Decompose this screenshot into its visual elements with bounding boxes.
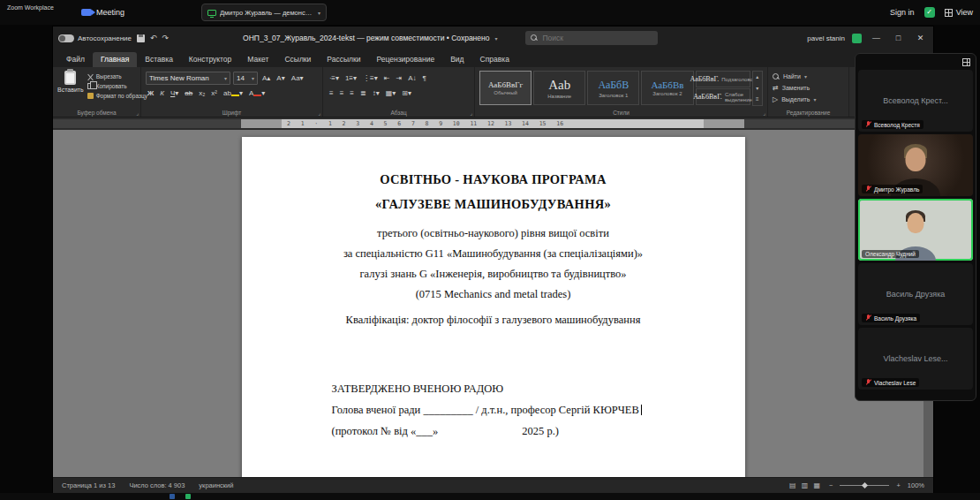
- numbering-button[interactable]: 1≡▾: [343, 74, 358, 82]
- tab-references[interactable]: Ссылки: [276, 52, 319, 67]
- style-subtle-emphasis[interactable]: АаБбВвГ. Слабое выделение: [696, 88, 750, 105]
- superscript-button[interactable]: x²: [209, 89, 219, 97]
- shading-button[interactable]: ▦▾: [384, 89, 398, 97]
- font-name-combo[interactable]: Times New Roman▾: [146, 72, 230, 85]
- sort-button[interactable]: А↓: [406, 74, 418, 82]
- redo-icon[interactable]: ↷: [162, 34, 170, 42]
- dialog-launcher-icon[interactable]: ⌟: [763, 110, 765, 116]
- restore-button[interactable]: □: [891, 34, 906, 42]
- style-subtitle[interactable]: АаБбВвГ. Подзаголовок: [696, 71, 750, 87]
- grow-font-button[interactable]: А▴: [260, 74, 272, 82]
- minimize-button[interactable]: —: [869, 34, 884, 42]
- replace-button[interactable]: ⇄Заменить: [773, 82, 844, 94]
- view-mode-icons[interactable]: ▤ ▥ ▦: [789, 481, 822, 489]
- style-heading-1[interactable]: АаБбВ Заголовок 1: [587, 71, 639, 105]
- gallery-view-icon[interactable]: [962, 58, 970, 66]
- tab-mailings[interactable]: Рассылки: [319, 52, 368, 67]
- zoom-in-button[interactable]: +: [896, 481, 900, 489]
- editing-group: Найти▾ ⇄Заменить ▷Выделить▾ Редактирован…: [768, 67, 849, 117]
- autosave-control[interactable]: Автосохранение: [58, 34, 132, 42]
- topbar-right-cluster: Sign in ✓ View: [890, 0, 973, 25]
- paste-button[interactable]: Вставить: [57, 71, 84, 106]
- tab-design[interactable]: Конструктор: [181, 52, 239, 67]
- style-normal[interactable]: АаБбВвГг Обычный: [479, 71, 531, 105]
- borders-button[interactable]: ⊞▾: [400, 89, 413, 97]
- security-shield-icon[interactable]: ✓: [924, 7, 935, 18]
- text-highlight-button[interactable]: ab▾: [222, 89, 245, 97]
- undo-icon[interactable]: ↶: [150, 34, 157, 42]
- style-preview: АаБбВ: [598, 79, 629, 92]
- style-title[interactable]: Aab Название: [533, 71, 585, 105]
- font-color-button[interactable]: А▾: [247, 89, 267, 97]
- zoom-taskbar-icon[interactable]: [185, 494, 191, 499]
- sign-in-button[interactable]: Sign in: [890, 8, 915, 17]
- account-avatar[interactable]: [852, 34, 862, 43]
- participant-tile[interactable]: Дмитро Журавль: [858, 134, 973, 196]
- participant-tile[interactable]: Vlacheslav Lese... Vlacheslav Lese: [858, 328, 973, 390]
- chevron-down-icon[interactable]: ▾: [318, 10, 320, 16]
- document-page[interactable]: ОСВІТНЬО - НАУКОВА ПРОГРАМА «ГАЛУЗЕВЕ МА…: [242, 137, 745, 477]
- word-taskbar-icon[interactable]: [170, 494, 175, 499]
- align-right-button[interactable]: ≡: [348, 89, 356, 97]
- subscript-button[interactable]: x₂: [197, 89, 207, 97]
- styles-gallery-scrollbar[interactable]: ▴ ▾ ≡: [752, 71, 763, 106]
- close-button[interactable]: ✕: [913, 34, 928, 42]
- line-spacing-button[interactable]: ↕▾: [371, 89, 381, 97]
- account-user-name[interactable]: pavel stanin: [807, 34, 845, 42]
- tab-insert[interactable]: Вставка: [137, 52, 181, 67]
- participant-tile[interactable]: Василь Друзяка Василь Друзяка: [858, 263, 973, 325]
- bold-button[interactable]: Ж: [146, 89, 155, 97]
- multilevel-list-button[interactable]: ⋮≡▾: [361, 74, 380, 82]
- save-icon[interactable]: [137, 34, 145, 42]
- autosave-toggle[interactable]: [58, 34, 74, 42]
- gallery-expand-icon[interactable]: ≡: [753, 94, 762, 105]
- increase-indent-button[interactable]: ⇥: [394, 74, 403, 82]
- zoom-slider[interactable]: [840, 485, 889, 486]
- page-indicator[interactable]: Страница 1 из 13: [62, 481, 115, 489]
- align-left-button[interactable]: ≡: [328, 89, 335, 97]
- tab-review[interactable]: Рецензирование: [368, 52, 442, 67]
- select-button[interactable]: ▷Выделить▾: [773, 94, 844, 105]
- tab-view[interactable]: Вид: [442, 52, 471, 67]
- show-marks-button[interactable]: ¶: [420, 74, 427, 82]
- justify-button[interactable]: ≣: [358, 89, 368, 97]
- language-indicator[interactable]: украинский: [199, 481, 233, 489]
- find-button[interactable]: Найти▾: [773, 71, 844, 82]
- word-count[interactable]: Число слов: 4 903: [129, 481, 185, 489]
- font-size-combo[interactable]: 14▾: [233, 72, 258, 85]
- bullets-button[interactable]: ∙≡▾: [328, 74, 341, 82]
- align-center-button[interactable]: ≡: [338, 89, 346, 97]
- gallery-down-icon[interactable]: ▾: [753, 83, 762, 95]
- participant-tile-active-speaker[interactable]: Олександр Чудний: [858, 199, 973, 261]
- dialog-launcher-icon[interactable]: ⌟: [136, 110, 139, 116]
- participant-tile[interactable]: Всеволод Крест... Всеволод Крестя: [858, 70, 973, 132]
- gallery-up-icon[interactable]: ▴: [753, 72, 762, 83]
- style-heading-2[interactable]: АаБбВв Заголовок 2: [641, 71, 693, 105]
- change-case-button[interactable]: Аа▾: [290, 74, 305, 82]
- tab-file[interactable]: Файл: [58, 52, 93, 67]
- document-text[interactable]: ОСВІТНЬО - НАУКОВА ПРОГРАМА «ГАЛУЗЕВЕ МА…: [242, 137, 745, 477]
- dialog-launcher-icon[interactable]: ⌟: [318, 110, 320, 116]
- meeting-tab[interactable]: Meeting: [81, 0, 124, 25]
- title-chevron-icon[interactable]: ▾: [494, 35, 497, 42]
- tab-home[interactable]: Главная: [93, 52, 137, 67]
- zoom-level[interactable]: 100%: [908, 481, 924, 489]
- italic-button[interactable]: К: [158, 89, 166, 97]
- view-button[interactable]: View: [945, 8, 973, 17]
- tab-help[interactable]: Справка: [472, 52, 517, 67]
- underline-button[interactable]: Ч▾: [169, 89, 180, 97]
- strikethrough-button[interactable]: ab: [183, 89, 194, 97]
- cut-button[interactable]: Вырезать: [87, 73, 147, 80]
- tab-layout[interactable]: Макет: [239, 52, 276, 67]
- shrink-font-button[interactable]: А▾: [275, 74, 286, 82]
- copy-button[interactable]: Копировать: [87, 83, 147, 89]
- dialog-launcher-icon[interactable]: ⌟: [470, 110, 472, 116]
- font-color-swatch: [253, 95, 261, 96]
- style-preview: Aab: [548, 78, 570, 93]
- shared-screen-tab[interactable]: Дмитро Журавль — демонстрація екрана ▾: [201, 4, 327, 21]
- search-input[interactable]: [542, 34, 652, 42]
- format-painter-button[interactable]: Формат по образцу: [87, 93, 147, 99]
- search-box[interactable]: [525, 31, 658, 45]
- zoom-out-button[interactable]: −: [829, 481, 833, 489]
- decrease-indent-button[interactable]: ⇤: [382, 74, 392, 82]
